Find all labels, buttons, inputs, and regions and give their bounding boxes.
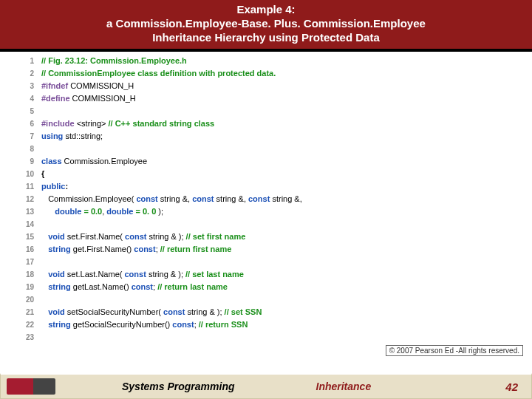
code-line: 12 Commission.Employee( const string &, … [0, 193, 532, 205]
code-text: #ifndef COMMISSION_H [41, 80, 134, 92]
code-line: 13 double = 0.0, double = 0. 0 ); [0, 205, 532, 218]
code-line: 15 void set.First.Name( const string & )… [0, 231, 532, 243]
code-text: string getSocialSecurityNumber() const; … [41, 318, 248, 331]
code-line: 4#define COMMISSION_H [0, 92, 532, 105]
code-text: void set.Last.Name( const string & ); //… [41, 268, 244, 281]
line-number: 18 [0, 268, 41, 281]
header-line1: Example 4: [236, 3, 295, 16]
code-line: 10{ [0, 168, 532, 180]
line-number: 16 [0, 243, 41, 256]
line-number: 23 [0, 331, 41, 344]
line-number: 20 [0, 293, 41, 306]
code-line: 20 [0, 293, 532, 306]
code-text: string getLast.Name() const; // return l… [41, 281, 228, 293]
line-number: 3 [0, 80, 41, 92]
code-text: // Fig. 23.12: Commission.Employee.h [41, 55, 187, 67]
code-line: 21 void setSocialSecurityNumber( const s… [0, 306, 532, 318]
line-number: 21 [0, 306, 41, 318]
footer-bar: Systems Programming Inheritance 42 [0, 373, 532, 399]
line-number: 1 [0, 55, 41, 67]
line-number: 10 [0, 168, 41, 180]
line-number: 4 [0, 92, 41, 105]
code-line: 16 string get.First.Name() const; // ret… [0, 243, 532, 256]
line-number: 2 [0, 67, 41, 80]
code-line: 1// Fig. 23.12: Commission.Employee.h [0, 55, 532, 67]
footer-mid: Inheritance [316, 381, 372, 392]
code-line: 9class Commission.Employee [0, 155, 532, 168]
line-number: 19 [0, 281, 41, 293]
line-number: 9 [0, 155, 41, 168]
line-number: 6 [0, 117, 41, 130]
line-number: 22 [0, 318, 41, 331]
code-text: class Commission.Employee [41, 155, 147, 168]
code-text: // CommissionEmployee class definition w… [41, 67, 276, 80]
code-line: 18 void set.Last.Name( const string & );… [0, 268, 532, 281]
code-line: 3#ifndef COMMISSION_H [0, 80, 532, 92]
line-number: 7 [0, 130, 41, 143]
code-line: 2// CommissionEmployee class definition … [0, 67, 532, 80]
code-text: void setSocialSecurityNumber( const stri… [41, 306, 262, 318]
line-number: 15 [0, 231, 41, 243]
code-listing: 1// Fig. 23.12: Commission.Employee.h2//… [0, 52, 532, 344]
code-text: { [41, 168, 44, 180]
code-text: double = 0.0, double = 0. 0 ); [41, 205, 163, 218]
header-line2: a Commission.Employee-Base. Plus. Commis… [0, 17, 532, 31]
code-line: 5 [0, 105, 532, 117]
code-line: 23 [0, 331, 532, 344]
header-line3: Inheritance Hierarchy using Protected Da… [0, 31, 532, 45]
line-number: 17 [0, 256, 41, 268]
line-number: 11 [0, 180, 41, 193]
copyright-notice: © 2007 Pearson Ed -All rights reserved. [386, 345, 523, 356]
code-text: string get.First.Name() const; // return… [41, 243, 231, 256]
code-text: #define COMMISSION_H [41, 92, 136, 105]
code-text: using std::string; [41, 130, 103, 143]
code-line: 19 string getLast.Name() const; // retur… [0, 281, 532, 293]
code-line: 7using std::string; [0, 130, 532, 143]
code-text: #include <string> // C++ standard string… [41, 117, 214, 130]
page-number: 42 [505, 381, 518, 393]
code-text: Commission.Employee( const string &, con… [41, 193, 302, 205]
line-number: 5 [0, 105, 41, 117]
wpi-logo [7, 378, 55, 395]
line-number: 14 [0, 218, 41, 231]
code-line: 14 [0, 218, 532, 231]
line-number: 13 [0, 205, 41, 218]
code-text: public: [41, 180, 68, 193]
line-number: 12 [0, 193, 41, 205]
code-line: 17 [0, 256, 532, 268]
code-line: 11public: [0, 180, 532, 193]
code-line: 22 string getSocialSecurityNumber() cons… [0, 318, 532, 331]
code-line: 8 [0, 143, 532, 155]
code-line: 6#include <string> // C++ standard strin… [0, 117, 532, 130]
slide-header: Example 4: a Commission.Employee-Base. P… [0, 0, 532, 52]
line-number: 8 [0, 143, 41, 155]
footer-left: Systems Programming [122, 381, 235, 392]
code-text: void set.First.Name( const string & ); /… [41, 231, 245, 243]
